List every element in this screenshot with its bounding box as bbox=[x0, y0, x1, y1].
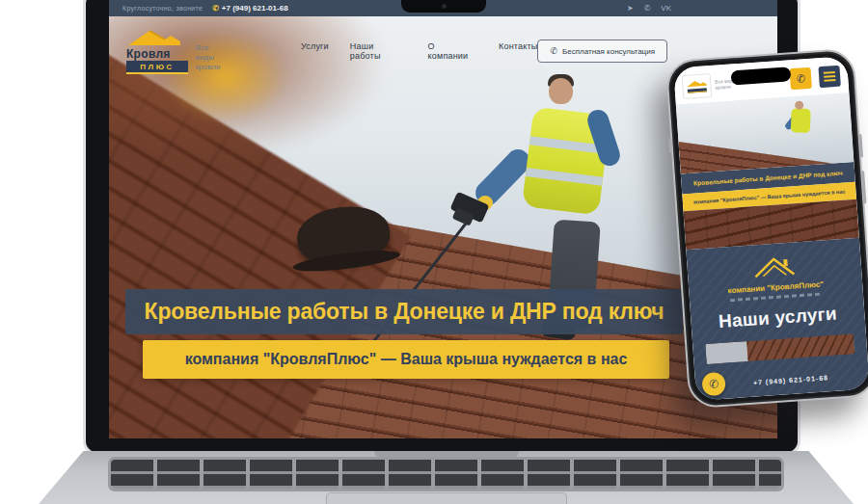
vk-icon[interactable]: VK bbox=[661, 5, 671, 13]
phone-icon: ✆ bbox=[550, 46, 557, 56]
logo-name-top: Кровля bbox=[126, 48, 188, 60]
topbar-phone-link[interactable]: ✆ +7 (949) 621-01-68 bbox=[212, 4, 287, 13]
viber-icon[interactable]: ✆ bbox=[644, 5, 651, 13]
phone-mockup: Все виды кровли ✆ Кровельные работы в bbox=[665, 48, 868, 410]
mobile-phone-number[interactable]: +7 (949) 621-01-68 bbox=[753, 374, 828, 385]
laptop-hinge-notch bbox=[374, 451, 519, 458]
laptop-camera-notch bbox=[401, 0, 486, 13]
mobile-logo[interactable] bbox=[682, 73, 713, 99]
roof-logo-icon bbox=[686, 78, 708, 89]
hamburger-icon bbox=[824, 71, 835, 74]
topbar-phone-number: +7 (949) 621-01-68 bbox=[222, 4, 288, 13]
roof-outline-icon bbox=[751, 252, 798, 279]
webcam-dot bbox=[442, 4, 447, 9]
phone-icon: ✆ bbox=[709, 377, 719, 391]
topbar-info: Круглосуточно, звоните bbox=[122, 5, 203, 12]
nav-item-about[interactable]: О компании bbox=[428, 41, 477, 61]
mobile-call-button[interactable]: ✆ bbox=[789, 67, 811, 90]
logo-tagline: Все виды кровли bbox=[196, 43, 230, 72]
mockup-stage: Кровельные работы в Донецке и ДНР под кл… bbox=[0, 0, 868, 504]
nav-item-services[interactable]: Услуги bbox=[301, 41, 329, 61]
telegram-icon[interactable]: ➤ bbox=[627, 5, 634, 13]
mobile-hero-photo bbox=[676, 93, 854, 173]
phone-side-button bbox=[858, 134, 863, 157]
phone-side-button bbox=[668, 138, 672, 153]
free-consultation-button[interactable]: ✆ Бесплатная консультация bbox=[537, 40, 667, 63]
laptop-keyboard bbox=[111, 460, 781, 489]
phone-side-button bbox=[861, 171, 866, 203]
laptop-base bbox=[39, 451, 854, 504]
hero-subtitle: компания "КровляПлюс" — Ваша крыша нужда… bbox=[143, 340, 669, 379]
mobile-services-title: Наши услуги bbox=[718, 304, 837, 333]
mobile-service-thumbnail[interactable] bbox=[705, 333, 855, 364]
phone-icon: ✆ bbox=[796, 72, 805, 86]
hamburger-menu-button[interactable] bbox=[818, 66, 840, 88]
hero-title: Кровельные работы в Донецке и ДНР под кл… bbox=[125, 289, 683, 334]
logo[interactable]: Кровля ПЛЮС Все виды кровли bbox=[126, 28, 230, 74]
phone-icon: ✆ bbox=[212, 4, 219, 13]
logo-name-bottom: ПЛЮС bbox=[126, 61, 188, 74]
cta-label: Бесплатная консультация bbox=[562, 47, 655, 56]
main-nav: Услуги Наши работы О компании Контакты bbox=[301, 41, 538, 61]
mobile-bottom-bar: ✆ +7 (949) 621-01-68 bbox=[694, 359, 868, 400]
phone-screen: Все виды кровли ✆ Кровельные работы в bbox=[673, 56, 868, 401]
laptop-trackpad bbox=[326, 492, 567, 504]
mobile-about-section: компании "КровляПлюс" Наши услуги ✆ +7 (… bbox=[686, 238, 868, 401]
roof-logo-icon bbox=[126, 28, 182, 47]
nav-item-contacts[interactable]: Контакты bbox=[499, 41, 537, 61]
topbar-social: ➤ ✆ VK bbox=[627, 5, 671, 13]
nav-item-works[interactable]: Наши работы bbox=[350, 41, 407, 61]
mobile-call-fab[interactable]: ✆ bbox=[701, 372, 726, 397]
